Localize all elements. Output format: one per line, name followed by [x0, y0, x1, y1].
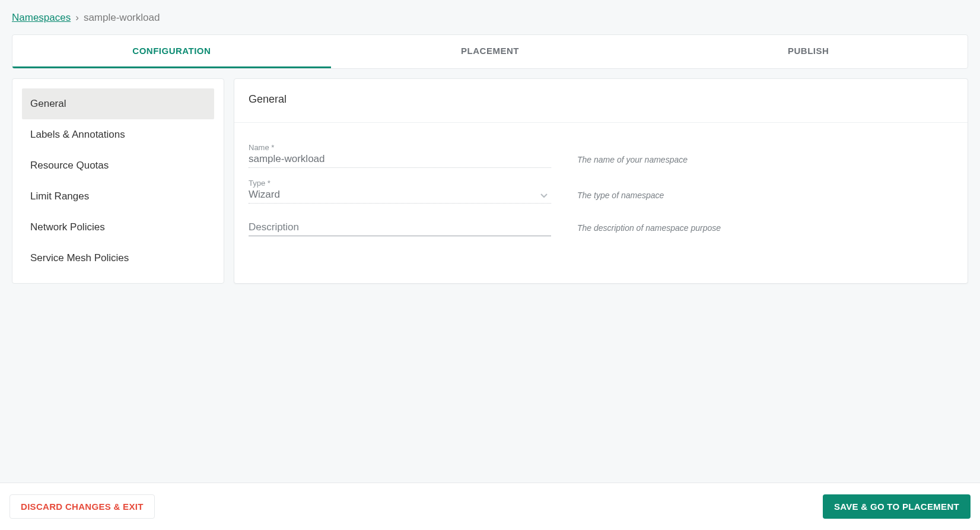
wizard-tabs: CONFIGURATION PLACEMENT PUBLISH — [12, 34, 968, 69]
type-field-value: Wizard — [249, 189, 551, 201]
breadcrumb-separator: › — [75, 12, 79, 24]
name-field-label: Name * — [249, 143, 551, 152]
type-field-hint: The type of namespace — [577, 191, 664, 204]
sidebar-item-limit-ranges[interactable]: Limit Ranges — [22, 181, 214, 212]
wizard-footer: DISCARD CHANGES & EXIT SAVE & GO TO PLAC… — [0, 483, 980, 530]
sidebar-item-network-policies[interactable]: Network Policies — [22, 212, 214, 243]
breadcrumb: Namespaces › sample-workload — [12, 12, 968, 24]
panel-title: General — [234, 79, 968, 123]
tab-publish[interactable]: PUBLISH — [649, 35, 968, 68]
config-sidebar: General Labels & Annotations Resource Qu… — [12, 78, 224, 284]
chevron-down-icon — [540, 193, 548, 198]
discard-button[interactable]: DISCARD CHANGES & EXIT — [9, 494, 155, 519]
sidebar-item-labels-annotations[interactable]: Labels & Annotations — [22, 119, 214, 150]
save-button[interactable]: SAVE & GO TO PLACEMENT — [823, 494, 971, 519]
breadcrumb-root-link[interactable]: Namespaces — [12, 12, 71, 24]
sidebar-item-general[interactable]: General — [22, 88, 214, 119]
breadcrumb-current: sample-workload — [84, 12, 160, 24]
name-field-hint: The name of your namespace — [577, 155, 688, 168]
description-field-placeholder: Description — [249, 221, 551, 233]
sidebar-item-resource-quotas[interactable]: Resource Quotas — [22, 150, 214, 181]
name-field-value: sample-workload — [249, 153, 551, 165]
name-field[interactable]: Name * sample-workload — [249, 143, 551, 168]
description-field-hint: The description of namespace purpose — [577, 223, 721, 236]
tab-placement[interactable]: PLACEMENT — [331, 35, 650, 68]
config-panel: General Name * sample-workload The name … — [234, 78, 968, 284]
tab-configuration[interactable]: CONFIGURATION — [12, 35, 331, 68]
type-field-label: Type * — [249, 179, 551, 188]
description-field[interactable]: Description — [249, 220, 551, 236]
sidebar-item-service-mesh-policies[interactable]: Service Mesh Policies — [22, 243, 214, 274]
type-field[interactable]: Type * Wizard — [249, 179, 551, 204]
